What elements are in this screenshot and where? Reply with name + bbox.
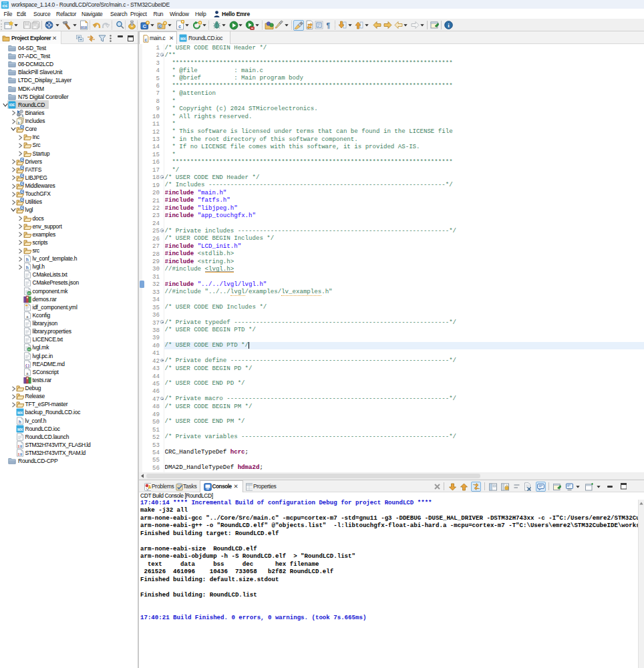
svg-text:IDE: IDE [2,4,8,8]
svg-text:C: C [142,24,146,29]
svg-text:h: h [25,257,28,262]
svg-text:m: m [27,291,30,295]
svg-text:0: 0 [20,445,22,449]
svg-text:MX: MX [17,411,23,415]
svg-text:h: h [25,265,28,270]
svg-text:c: c [178,23,181,29]
svg-text:IDE: IDE [9,103,15,107]
svg-text:0: 0 [20,453,22,457]
svg-text:MX: MX [180,37,186,41]
svg-text:MX: MX [17,427,23,431]
svg-text:c: c [144,37,147,41]
svg-text:h: h [19,419,21,424]
svg-text:{): {) [25,363,29,367]
svg-text:m: m [27,347,30,351]
svg-text:010: 010 [81,26,87,30]
svg-text:h: h [18,122,20,125]
